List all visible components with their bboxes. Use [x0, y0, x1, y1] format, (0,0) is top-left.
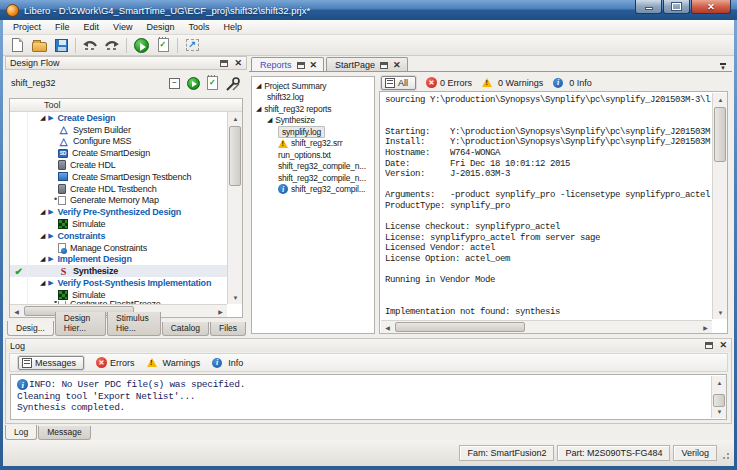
- scroll-thumb[interactable]: [714, 107, 726, 162]
- flow-tree-row[interactable]: Create HDL: [10, 159, 227, 171]
- filter-errors-button[interactable]: 0 Errors: [426, 77, 472, 88]
- menu-project[interactable]: Project: [6, 21, 48, 33]
- expander-icon[interactable]: ◢: [40, 255, 45, 263]
- scroll-thumb[interactable]: [229, 126, 241, 186]
- expander-icon[interactable]: ◢: [40, 208, 45, 216]
- scroll-down-button[interactable]: ▼: [712, 405, 727, 418]
- expander-icon[interactable]: ◢: [40, 232, 45, 240]
- message-log[interactable]: sourcing Y:\production\Synopsys\Synplify…: [385, 95, 711, 319]
- tab-reports[interactable]: Reports✕: [251, 57, 324, 71]
- flow-tree-row[interactable]: Simulate: [10, 218, 227, 230]
- save-button[interactable]: [50, 36, 72, 55]
- minimize-button[interactable]: [635, 0, 662, 14]
- maximize-button[interactable]: [663, 0, 690, 14]
- reports-tree-row[interactable]: synplify.log: [252, 126, 374, 138]
- scroll-up-button[interactable]: ▲: [713, 93, 728, 106]
- flow-tree-row[interactable]: ◢▶Constraints: [10, 230, 227, 242]
- expander-icon[interactable]: ◢: [40, 279, 45, 287]
- menu-tools[interactable]: Tools: [181, 21, 216, 33]
- tab-stimulus-hie[interactable]: Stimulus Hie...: [107, 312, 161, 336]
- expander-icon[interactable]: ◢: [256, 82, 261, 90]
- tab-desig[interactable]: Desig...: [7, 321, 54, 336]
- vertical-scrollbar[interactable]: ▲ ▼: [227, 112, 242, 304]
- tab-overflow-button[interactable]: ▼: [720, 63, 726, 71]
- scroll-down-button[interactable]: ▼: [228, 291, 243, 304]
- resize-grip[interactable]: [720, 446, 730, 460]
- window-titlebar[interactable]: Libero - D:\2Work\G4_SmartTime_UG\ECF_pr…: [0, 0, 737, 20]
- close-tab-icon[interactable]: ✕: [393, 61, 401, 70]
- float-tab-icon[interactable]: [380, 62, 388, 69]
- tab-message[interactable]: Message: [38, 426, 91, 440]
- menu-help[interactable]: Help: [216, 21, 249, 33]
- scroll-right-button[interactable]: ▶: [699, 321, 712, 334]
- flow-tree-row[interactable]: ✔SSynthesize: [10, 265, 227, 277]
- collapse-all-button[interactable]: −: [169, 78, 180, 89]
- flow-tree-row[interactable]: ◢▶Implement Design: [10, 254, 227, 266]
- reports-tree-row[interactable]: ◢Project Summary: [252, 80, 374, 92]
- scroll-down-button[interactable]: ▼: [713, 306, 728, 319]
- filter-warnings-button[interactable]: 0 Warnings: [482, 78, 543, 88]
- reports-tree-row[interactable]: shift_reg32_compil...: [252, 184, 374, 196]
- reports-tree-row[interactable]: shift_reg32.srr: [252, 138, 374, 150]
- float-panel-icon[interactable]: [220, 60, 228, 67]
- filter-info-button[interactable]: 0 Info: [553, 78, 592, 88]
- flow-tree-row[interactable]: SDCreate SmartDesign: [10, 147, 227, 159]
- scroll-up-button[interactable]: ▲: [712, 376, 727, 389]
- maximize-view-button[interactable]: [181, 36, 203, 55]
- run-button[interactable]: [130, 36, 152, 55]
- redo-button[interactable]: [101, 36, 123, 55]
- close-button[interactable]: ✕: [691, 0, 731, 14]
- flow-tree-row[interactable]: Create SmartDesign Testbench: [10, 171, 227, 183]
- flow-settings-button[interactable]: [225, 77, 241, 92]
- float-panel-icon[interactable]: [705, 342, 713, 349]
- vertical-scrollbar[interactable]: ▲ ▼: [711, 376, 726, 418]
- reports-tree-row[interactable]: ◢shift_reg32 reports: [252, 103, 374, 115]
- menu-edit[interactable]: Edit: [77, 21, 107, 33]
- scroll-up-button[interactable]: ▲: [228, 112, 243, 125]
- tab-startpage[interactable]: StartPage✕: [326, 57, 408, 71]
- filter-warnings-button[interactable]: Warnings: [147, 358, 201, 368]
- filter-info-button[interactable]: Info: [212, 358, 243, 368]
- report-button[interactable]: [152, 36, 174, 55]
- menu-design[interactable]: Design: [139, 21, 181, 33]
- reports-tree-row[interactable]: shift32.log: [252, 92, 374, 104]
- tab-log[interactable]: Log: [5, 425, 37, 440]
- expander-icon[interactable]: ◢: [40, 114, 45, 122]
- open-project-button[interactable]: [28, 36, 50, 55]
- filter-messages-button[interactable]: Messages: [18, 356, 84, 370]
- flow-tree-row[interactable]: Create HDL Testbench: [10, 183, 227, 195]
- flow-tree-row[interactable]: ◢▶Verify Pre-Synthesized Design: [10, 206, 227, 218]
- flow-tree-row[interactable]: Manage Constraints: [10, 242, 227, 254]
- run-flow-button[interactable]: [187, 77, 200, 90]
- filter-all-button[interactable]: All: [381, 76, 416, 90]
- scroll-left-button[interactable]: ◀: [381, 321, 394, 334]
- flow-tree-row[interactable]: Simulate: [10, 289, 227, 301]
- new-project-button[interactable]: [6, 36, 28, 55]
- flow-tree-row[interactable]: Generate Memory Map: [10, 195, 227, 207]
- undo-button[interactable]: [79, 36, 101, 55]
- scroll-thumb[interactable]: [395, 322, 525, 332]
- expander-icon[interactable]: ◢: [256, 105, 261, 113]
- flow-tree-row[interactable]: ◢▶Create Design: [10, 112, 227, 124]
- reports-tree-row[interactable]: shift_reg32_compile_n...: [252, 172, 374, 184]
- filter-errors-button[interactable]: Errors: [96, 357, 135, 368]
- reports-tree-row[interactable]: ◢Synthesize: [252, 115, 374, 127]
- tab-files[interactable]: Files: [210, 322, 246, 336]
- menu-file[interactable]: File: [48, 21, 77, 33]
- flow-tree-row[interactable]: ◢▶Verify Post-Synthesis Implementation: [10, 277, 227, 289]
- flow-tree-row[interactable]: △System Builder: [10, 124, 227, 136]
- scroll-left-button[interactable]: ◀: [10, 305, 23, 318]
- close-panel-icon[interactable]: ✕: [719, 341, 727, 350]
- close-tab-icon[interactable]: ✕: [310, 61, 318, 70]
- scroll-right-button[interactable]: ▶: [214, 305, 227, 318]
- horizontal-scrollbar[interactable]: ◀ ▶: [381, 320, 712, 333]
- tab-catalog[interactable]: Catalog: [162, 322, 209, 336]
- menu-view[interactable]: View: [106, 21, 139, 33]
- close-panel-icon[interactable]: ✕: [234, 59, 242, 68]
- reports-tree-row[interactable]: run_options.txt: [252, 149, 374, 161]
- expander-icon[interactable]: ◢: [267, 116, 272, 124]
- tab-design-hier[interactable]: Design Hier...: [55, 312, 106, 336]
- reports-tree-row[interactable]: shift_reg32_compile_n...: [252, 161, 374, 173]
- flow-tree-row[interactable]: △Configure MSS: [10, 136, 227, 148]
- tool-column-header[interactable]: Tool: [10, 99, 242, 112]
